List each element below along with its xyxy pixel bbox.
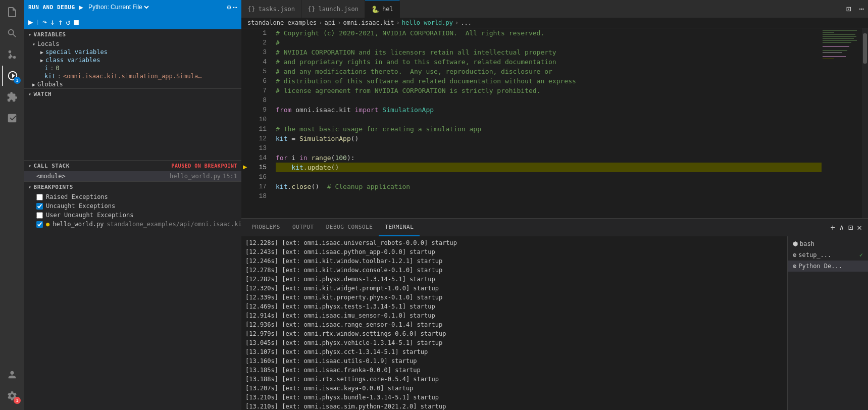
tab-tasks-json[interactable]: {} tasks.json: [241, 0, 301, 18]
settings-badge: 1: [14, 397, 21, 404]
globals-item[interactable]: ▶ Globals: [24, 80, 241, 88]
tasks-icon: {}: [247, 5, 256, 13]
watch-header[interactable]: ▾ WATCH: [24, 89, 241, 99]
tasks-label: tasks.json: [259, 6, 295, 13]
step-over-icon[interactable]: ↷: [42, 17, 47, 27]
step-out-icon[interactable]: ↑: [58, 17, 63, 27]
var-kit-value: <omni.isaac.kit.simulation_app.Simulatio…: [63, 73, 205, 80]
code-line-10: [276, 115, 822, 124]
panel-chevron-up-icon[interactable]: ∧: [837, 223, 846, 232]
terminal-line-15: [13.188s] [ext: omni.rtx.settings.core-0…: [245, 375, 783, 384]
breakpoints-header[interactable]: ▾ BREAKPOINTS: [24, 182, 241, 192]
ln-6: 6: [251, 76, 267, 86]
gear-config-icon[interactable]: ⚙: [227, 3, 231, 11]
bp-user-uncaught-checkbox[interactable]: [36, 212, 43, 219]
breadcrumb-part-4[interactable]: hello_world.py: [402, 19, 453, 26]
code-line-12: kit = SimulationApp(): [276, 134, 822, 143]
code-line-6: # distribution of this software and rela…: [276, 76, 822, 86]
activity-bar: 1 1: [0, 0, 24, 410]
restart-icon[interactable]: ↺: [66, 17, 71, 27]
play-icon[interactable]: ▶: [79, 3, 83, 11]
tab-problems[interactable]: PROBLEMS: [245, 219, 286, 236]
terminal-line-6: [12.339s] [ext: omni.kit.property.physx-…: [245, 293, 783, 302]
launch-icon: {}: [308, 5, 316, 13]
var-i-item[interactable]: i : 0: [24, 64, 241, 72]
var-kit-item[interactable]: kit : <omni.isaac.kit.simulation_app.Sim…: [24, 72, 241, 80]
class-variables-item[interactable]: ▶ class variables: [24, 56, 241, 64]
tab-terminal[interactable]: TERMINAL: [379, 219, 420, 236]
panel-close-icon[interactable]: ✕: [855, 223, 864, 232]
ln-9: 9: [251, 105, 267, 115]
breadcrumb-part-1[interactable]: standalone_examples: [247, 19, 317, 26]
editor-split-icon[interactable]: ⊡: [842, 0, 855, 18]
callstack-header[interactable]: ▾ CALL STACK PAUSED ON BREAKPOINT: [24, 161, 241, 171]
panel-maximize-icon[interactable]: ⊡: [846, 223, 855, 232]
code-content[interactable]: # Copyright (c) 2020-2021, NVIDIA CORPOR…: [272, 28, 822, 218]
terminal-line-1: [12.243s] [ext: omni.isaac.python_app-0.…: [245, 247, 783, 257]
ln-16: 16: [251, 172, 267, 182]
bp-file-icon: ●: [46, 221, 49, 228]
gutter: ▶: [241, 28, 251, 218]
tab-hello-world[interactable]: 🐍 hel: [365, 0, 400, 18]
panel-new-terminal-icon[interactable]: +: [828, 223, 837, 232]
terminal-content[interactable]: [12.228s] [ext: omni.isaac.universal_rob…: [241, 236, 787, 410]
stop-icon[interactable]: ■: [74, 17, 79, 27]
editor-more-icon[interactable]: ⋯: [855, 0, 868, 18]
locals-label: Locals: [37, 40, 59, 47]
bp-file-checkbox[interactable]: [36, 221, 43, 228]
variables-header[interactable]: ▾ VARIABLES: [24, 29, 241, 40]
hello-world-label: hel: [382, 6, 393, 13]
panel-tabs: PROBLEMS OUTPUT DEBUG CONSOLE TERMINAL +…: [241, 219, 868, 236]
breadcrumb-part-5[interactable]: ...: [461, 19, 472, 26]
special-variables-item[interactable]: ▶ special variables: [24, 48, 241, 56]
search-icon[interactable]: [2, 23, 22, 43]
debug-run-icon[interactable]: 1: [2, 66, 22, 86]
breadcrumb-part-2[interactable]: api: [325, 19, 336, 26]
ln-15: 15: [251, 163, 267, 172]
accounts-icon[interactable]: [2, 365, 22, 385]
python-icon: 🐍: [371, 6, 379, 13]
editor-area: {} tasks.json {} launch.json 🐍 hel ⊡ ⋯ s…: [241, 0, 868, 410]
bp-file-path: standalone_examples/api/omni.isaac.kit: [107, 221, 241, 228]
code-line-15: kit.update(): [276, 163, 822, 172]
settings-icon[interactable]: 1: [2, 386, 22, 406]
terminal-line-11: [13.045s] [ext: omni.physx.vehicle-1.3.1…: [245, 338, 783, 347]
terminal-bash-item[interactable]: ⬢ bash: [788, 238, 868, 249]
testing-icon[interactable]: [2, 108, 22, 128]
code-line-2: #: [276, 38, 822, 47]
variables-label: VARIABLES: [34, 31, 66, 38]
tab-debug-console[interactable]: DEBUG CONSOLE: [320, 219, 379, 236]
extensions-icon[interactable]: [2, 87, 22, 107]
continue-icon[interactable]: ▶: [28, 17, 33, 27]
frame-file: hello_world.py: [170, 173, 221, 180]
code-line-7: # license agreement from NVIDIA CORPORAT…: [276, 86, 822, 95]
locals-item[interactable]: ▾ Locals: [24, 40, 241, 48]
step-into-icon[interactable]: ↓: [50, 17, 55, 27]
config-select[interactable]: Python: Current File: [86, 3, 150, 11]
terminal-line-18: [13.210s] [ext: omni.isaac.sim.python-20…: [245, 402, 783, 410]
minimap: [822, 28, 862, 218]
bp-uncaught-item: Uncaught Exceptions: [24, 201, 241, 211]
files-icon[interactable]: [2, 2, 22, 22]
terminal-list: ⬢ bash ⚙ setup_... ✓ ⚙ Python De...: [787, 236, 868, 410]
more-options-icon[interactable]: ⋯: [233, 3, 237, 11]
source-control-icon[interactable]: [2, 44, 22, 65]
breadcrumb-part-3[interactable]: omni.isaac.kit: [343, 19, 394, 26]
right-scrollbar-area[interactable]: [862, 28, 868, 218]
globals-label: Globals: [37, 81, 63, 88]
callstack-section: ▾ CALL STACK PAUSED ON BREAKPOINT <modul…: [24, 160, 241, 181]
bp-raised-checkbox[interactable]: [36, 194, 43, 200]
code-line-8: [276, 95, 822, 105]
terminal-python-item[interactable]: ⚙ Python De...: [788, 261, 868, 272]
bp-uncaught-checkbox[interactable]: [36, 203, 43, 210]
breadcrumb: standalone_examples › api › omni.isaac.k…: [241, 18, 868, 28]
ln-8: 8: [251, 95, 267, 105]
code-panel-area: ▶ 1 2 3 4 5 6 7 8 9 10 11: [241, 28, 868, 410]
tab-output[interactable]: OUTPUT: [286, 219, 320, 236]
debug-badge: 1: [14, 77, 21, 84]
tab-launch-json[interactable]: {} launch.json: [301, 0, 365, 18]
terminal-setup-item[interactable]: ⚙ setup_... ✓: [788, 249, 868, 261]
ln-12: 12: [251, 134, 267, 143]
callstack-frame-item[interactable]: <module> hello_world.py 15:1: [24, 171, 241, 181]
ln-7: 7: [251, 86, 267, 95]
